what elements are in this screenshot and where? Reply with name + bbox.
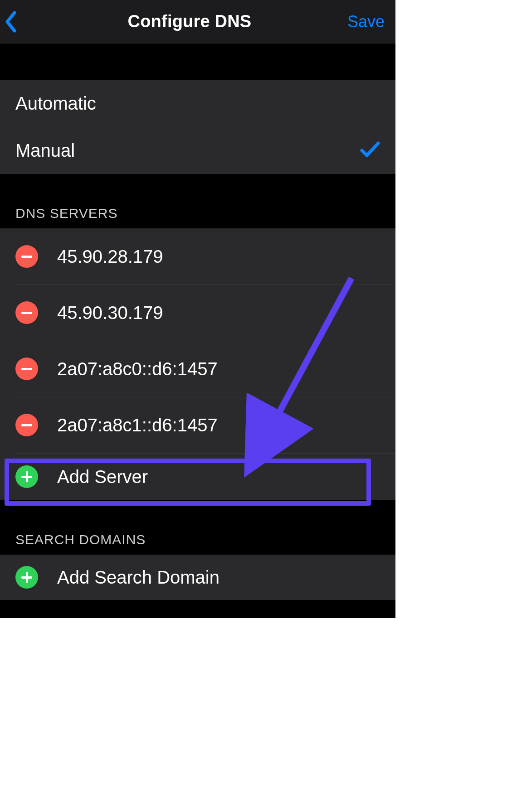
add-search-domain-row[interactable]: Add Search Domain — [0, 555, 395, 600]
screen: Configure DNS Save Automatic Manual DNS … — [0, 0, 395, 618]
page-title: Configure DNS — [128, 12, 252, 31]
dns-server-value: 2a07:a8c0::d6:1457 — [57, 359, 218, 379]
mode-option-manual[interactable]: Manual — [0, 127, 395, 174]
mode-option-label: Manual — [15, 140, 75, 161]
mode-option-label: Automatic — [15, 93, 96, 114]
mode-option-automatic[interactable]: Automatic — [0, 80, 395, 127]
chevron-left-icon — [5, 11, 17, 33]
checkmark-icon — [360, 140, 380, 160]
dns-server-value: 45.90.28.179 — [57, 246, 163, 267]
plus-icon[interactable] — [15, 465, 38, 488]
add-server-row[interactable]: Add Server — [0, 453, 395, 500]
save-button[interactable]: Save — [347, 12, 385, 31]
dns-server-value: 2a07:a8c1::d6:1457 — [57, 415, 218, 435]
dns-server-value: 45.90.30.179 — [57, 303, 163, 323]
dns-server-row[interactable]: 2a07:a8c0::d6:1457 — [0, 341, 395, 397]
spacer — [0, 44, 395, 80]
remove-icon[interactable] — [15, 245, 38, 268]
navbar: Configure DNS Save — [0, 0, 395, 44]
dns-mode-group: Automatic Manual — [0, 80, 395, 174]
add-search-domain-label: Add Search Domain — [57, 567, 219, 588]
dns-servers-group: 45.90.28.179 45.90.30.179 2a07:a8c0::d6:… — [0, 228, 395, 500]
plus-icon[interactable] — [15, 566, 38, 589]
back-button[interactable] — [5, 11, 32, 33]
dns-server-row[interactable]: 45.90.30.179 — [0, 285, 395, 341]
search-domains-group: Add Search Domain — [0, 555, 395, 600]
search-domains-header: SEARCH DOMAINS — [0, 500, 395, 555]
spacer — [0, 600, 395, 618]
remove-icon[interactable] — [15, 414, 38, 436]
dns-servers-header: DNS SERVERS — [0, 174, 395, 228]
dns-server-row[interactable]: 45.90.28.179 — [0, 228, 395, 285]
remove-icon[interactable] — [15, 301, 38, 324]
remove-icon[interactable] — [15, 358, 38, 380]
add-server-label: Add Server — [57, 467, 148, 487]
dns-server-row[interactable]: 2a07:a8c1::d6:1457 — [0, 397, 395, 453]
